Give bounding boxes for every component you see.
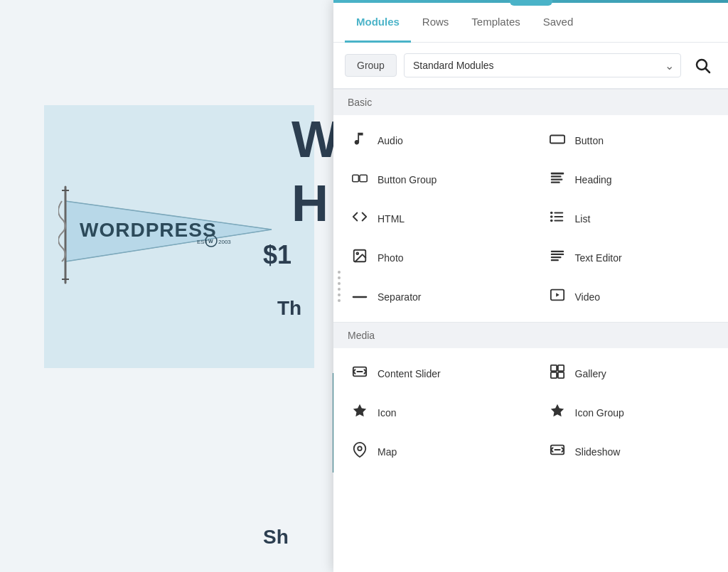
map-icon xyxy=(350,442,369,461)
slideshow-label: Slideshow xyxy=(575,446,621,458)
module-slideshow[interactable]: Slideshow xyxy=(531,432,729,471)
search-row: Group Standard Modules WordPress Modules… xyxy=(333,43,728,89)
html-icon xyxy=(350,209,369,228)
svg-rect-14 xyxy=(360,175,367,181)
tab-navigation: Modules Rows Templates Saved xyxy=(333,3,728,43)
separator-label: Separator xyxy=(378,291,421,303)
svg-text:WORDPRESS: WORDPRESS xyxy=(80,219,217,241)
module-audio[interactable]: Audio xyxy=(333,121,531,160)
video-label: Video xyxy=(575,291,601,303)
text-editor-label: Text Editor xyxy=(575,252,622,264)
icon-group-icon xyxy=(548,403,567,422)
button-icon xyxy=(548,132,567,149)
tab-saved[interactable]: Saved xyxy=(532,3,585,43)
wordpress-banner: WORDPRESS EST W 2003 xyxy=(44,105,314,368)
gallery-icon xyxy=(548,364,567,383)
audio-label: Audio xyxy=(378,135,403,146)
button-label: Button xyxy=(575,135,604,146)
svg-rect-17 xyxy=(550,178,562,180)
module-button[interactable]: Button xyxy=(531,121,729,160)
audio-icon xyxy=(350,131,369,150)
svg-rect-24 xyxy=(554,220,563,222)
svg-rect-12 xyxy=(550,136,564,144)
list-icon xyxy=(548,209,567,228)
left-text-t: Th xyxy=(277,297,301,320)
svg-rect-28 xyxy=(550,254,563,255)
svg-text:2003: 2003 xyxy=(218,239,231,245)
module-html[interactable]: HTML xyxy=(333,199,531,238)
gallery-label: Gallery xyxy=(575,368,606,379)
svg-point-23 xyxy=(550,220,552,222)
left-text-price: $1 xyxy=(263,240,291,270)
tab-modules[interactable]: Modules xyxy=(345,3,411,43)
svg-rect-29 xyxy=(550,257,561,258)
content-slider-label: Content Slider xyxy=(378,368,441,379)
icon-label: Icon xyxy=(378,407,396,419)
svg-marker-40 xyxy=(353,404,366,416)
module-map[interactable]: Map xyxy=(333,432,531,471)
svg-rect-16 xyxy=(550,176,561,177)
svg-point-26 xyxy=(356,252,358,254)
left-text-s: Sh xyxy=(263,526,289,549)
module-photo[interactable]: Photo xyxy=(333,238,531,277)
button-group-label: Button Group xyxy=(378,174,437,185)
button-group-icon xyxy=(350,171,369,188)
module-video[interactable]: Video xyxy=(531,277,729,316)
left-text-h: H xyxy=(291,174,328,232)
section-basic-header: Basic xyxy=(333,89,728,115)
svg-point-21 xyxy=(550,215,552,218)
svg-point-42 xyxy=(358,446,362,450)
svg-text:W: W xyxy=(208,239,213,244)
module-content-slider[interactable]: Content Slider xyxy=(333,354,531,393)
svg-rect-30 xyxy=(550,259,558,261)
module-text-editor[interactable]: Text Editor xyxy=(531,238,729,277)
module-gallery[interactable]: Gallery xyxy=(531,354,729,393)
video-icon xyxy=(548,287,567,306)
map-label: Map xyxy=(378,446,397,458)
module-icon-group[interactable]: Icon Group xyxy=(531,393,729,432)
svg-rect-36 xyxy=(550,365,556,371)
svg-marker-41 xyxy=(550,404,563,416)
module-icon[interactable]: Icon xyxy=(333,393,531,432)
top-accent-bump xyxy=(510,0,552,6)
photo-icon xyxy=(350,248,369,267)
section-media-header: Media xyxy=(333,322,728,348)
slideshow-icon xyxy=(548,442,567,461)
module-group-dropdown-wrapper: Standard Modules WordPress Modules WooCo… xyxy=(404,53,681,77)
heading-label: Heading xyxy=(575,174,612,185)
left-text-w: W xyxy=(291,110,340,168)
group-button[interactable]: Group xyxy=(345,54,397,77)
module-list-item[interactable]: List xyxy=(531,199,729,238)
svg-rect-13 xyxy=(353,175,359,181)
module-list: Basic Audio Button Button xyxy=(333,89,728,572)
tab-rows[interactable]: Rows xyxy=(411,3,461,43)
separator-icon xyxy=(350,288,369,305)
module-group-select[interactable]: Standard Modules WordPress Modules WooCo… xyxy=(404,53,681,77)
svg-rect-22 xyxy=(554,216,563,217)
svg-line-11 xyxy=(706,69,710,73)
photo-label: Photo xyxy=(378,252,404,264)
svg-rect-39 xyxy=(557,372,563,378)
html-label: HTML xyxy=(378,213,405,225)
module-heading[interactable]: Heading xyxy=(531,160,729,199)
svg-rect-18 xyxy=(550,182,560,183)
svg-marker-33 xyxy=(556,293,560,297)
left-area: WORDPRESS EST W 2003 xyxy=(0,0,334,572)
svg-rect-27 xyxy=(550,251,563,252)
text-editor-icon xyxy=(548,248,567,267)
svg-rect-15 xyxy=(550,173,563,175)
search-icon xyxy=(694,57,711,74)
svg-rect-37 xyxy=(557,365,563,371)
svg-rect-38 xyxy=(550,372,556,378)
tab-templates[interactable]: Templates xyxy=(460,3,531,43)
module-button-group[interactable]: Button Group xyxy=(333,160,531,199)
list-label: List xyxy=(575,213,591,225)
module-separator[interactable]: Separator xyxy=(333,277,531,316)
icon-group-label: Icon Group xyxy=(575,407,624,419)
wordpress-pennant: WORDPRESS EST W 2003 xyxy=(58,173,300,301)
search-button[interactable] xyxy=(688,51,717,80)
basic-module-grid: Audio Button Button Group xyxy=(333,115,728,322)
svg-rect-20 xyxy=(554,212,563,214)
heading-icon xyxy=(548,170,567,189)
modules-panel: Modules Rows Templates Saved Group Stand… xyxy=(333,0,728,572)
